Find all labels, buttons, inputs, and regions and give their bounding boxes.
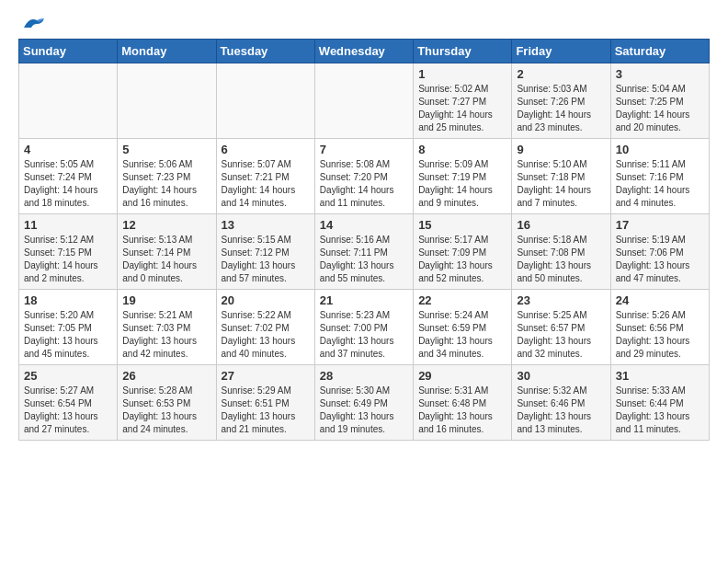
day-info: Sunrise: 5:03 AM Sunset: 7:26 PM Dayligh… xyxy=(517,83,605,134)
day-number: 25 xyxy=(24,369,112,383)
calendar-table: SundayMondayTuesdayWednesdayThursdayFrid… xyxy=(18,39,710,441)
day-cell: 16Sunrise: 5:18 AM Sunset: 7:08 PM Dayli… xyxy=(512,214,610,290)
day-number: 29 xyxy=(418,369,506,383)
day-info: Sunrise: 5:26 AM Sunset: 6:56 PM Dayligh… xyxy=(616,309,704,361)
day-cell: 23Sunrise: 5:25 AM Sunset: 6:57 PM Dayli… xyxy=(512,290,610,365)
day-cell: 3Sunrise: 5:04 AM Sunset: 7:25 PM Daylig… xyxy=(610,63,709,139)
day-info: Sunrise: 5:19 AM Sunset: 7:06 PM Dayligh… xyxy=(616,234,704,285)
col-header-tuesday: Tuesday xyxy=(216,40,314,63)
week-row-5: 25Sunrise: 5:27 AM Sunset: 6:54 PM Dayli… xyxy=(19,365,710,441)
day-info: Sunrise: 5:23 AM Sunset: 7:00 PM Dayligh… xyxy=(320,309,408,361)
week-row-1: 1Sunrise: 5:02 AM Sunset: 7:27 PM Daylig… xyxy=(19,63,710,139)
day-cell: 31Sunrise: 5:33 AM Sunset: 6:44 PM Dayli… xyxy=(610,365,709,441)
day-cell: 1Sunrise: 5:02 AM Sunset: 7:27 PM Daylig… xyxy=(414,63,512,139)
day-cell xyxy=(19,63,118,139)
col-header-monday: Monday xyxy=(118,40,216,63)
day-info: Sunrise: 5:07 AM Sunset: 7:21 PM Dayligh… xyxy=(222,158,310,210)
day-number: 31 xyxy=(616,369,704,383)
day-number: 12 xyxy=(122,218,210,232)
day-cell: 7Sunrise: 5:08 AM Sunset: 7:20 PM Daylig… xyxy=(314,139,413,214)
week-row-3: 11Sunrise: 5:12 AM Sunset: 7:15 PM Dayli… xyxy=(19,214,710,290)
col-header-friday: Friday xyxy=(512,40,610,63)
day-number: 27 xyxy=(222,369,310,383)
day-number: 15 xyxy=(418,218,506,232)
day-number: 22 xyxy=(418,293,506,307)
day-cell: 10Sunrise: 5:11 AM Sunset: 7:16 PM Dayli… xyxy=(610,139,709,214)
day-cell: 2Sunrise: 5:03 AM Sunset: 7:26 PM Daylig… xyxy=(512,63,610,139)
day-number: 9 xyxy=(517,143,605,156)
day-cell: 21Sunrise: 5:23 AM Sunset: 7:00 PM Dayli… xyxy=(314,290,413,365)
day-info: Sunrise: 5:12 AM Sunset: 7:15 PM Dayligh… xyxy=(24,234,112,285)
day-info: Sunrise: 5:13 AM Sunset: 7:14 PM Dayligh… xyxy=(122,234,210,285)
day-info: Sunrise: 5:33 AM Sunset: 6:44 PM Dayligh… xyxy=(616,385,704,436)
day-number: 3 xyxy=(616,67,704,81)
day-number: 19 xyxy=(122,293,210,307)
day-cell: 8Sunrise: 5:09 AM Sunset: 7:19 PM Daylig… xyxy=(414,139,512,214)
day-cell: 19Sunrise: 5:21 AM Sunset: 7:03 PM Dayli… xyxy=(118,290,216,365)
day-cell: 25Sunrise: 5:27 AM Sunset: 6:54 PM Dayli… xyxy=(19,365,118,441)
day-cell: 5Sunrise: 5:06 AM Sunset: 7:23 PM Daylig… xyxy=(118,139,216,214)
day-number: 28 xyxy=(320,369,408,383)
day-cell: 6Sunrise: 5:07 AM Sunset: 7:21 PM Daylig… xyxy=(216,139,314,214)
day-info: Sunrise: 5:18 AM Sunset: 7:08 PM Dayligh… xyxy=(517,234,605,285)
day-number: 30 xyxy=(517,369,605,383)
day-cell: 28Sunrise: 5:30 AM Sunset: 6:49 PM Dayli… xyxy=(314,365,413,441)
calendar-header: SundayMondayTuesdayWednesdayThursdayFrid… xyxy=(19,40,710,63)
logo-bird-icon xyxy=(20,15,46,35)
col-header-thursday: Thursday xyxy=(414,40,512,63)
day-info: Sunrise: 5:06 AM Sunset: 7:23 PM Dayligh… xyxy=(122,158,210,210)
col-header-saturday: Saturday xyxy=(610,40,709,63)
day-number: 4 xyxy=(24,143,112,156)
day-info: Sunrise: 5:09 AM Sunset: 7:19 PM Dayligh… xyxy=(418,158,506,210)
day-cell: 20Sunrise: 5:22 AM Sunset: 7:02 PM Dayli… xyxy=(216,290,314,365)
day-info: Sunrise: 5:16 AM Sunset: 7:11 PM Dayligh… xyxy=(320,234,408,285)
day-number: 21 xyxy=(320,293,408,307)
day-cell: 12Sunrise: 5:13 AM Sunset: 7:14 PM Dayli… xyxy=(118,214,216,290)
day-number: 11 xyxy=(24,218,112,232)
day-cell: 30Sunrise: 5:32 AM Sunset: 6:46 PM Dayli… xyxy=(512,365,610,441)
day-number: 18 xyxy=(24,293,112,307)
day-info: Sunrise: 5:22 AM Sunset: 7:02 PM Dayligh… xyxy=(222,309,310,361)
week-row-2: 4Sunrise: 5:05 AM Sunset: 7:24 PM Daylig… xyxy=(19,139,710,214)
day-info: Sunrise: 5:31 AM Sunset: 6:48 PM Dayligh… xyxy=(418,385,506,436)
day-info: Sunrise: 5:08 AM Sunset: 7:20 PM Dayligh… xyxy=(320,158,408,210)
day-number: 6 xyxy=(222,143,310,156)
day-cell: 4Sunrise: 5:05 AM Sunset: 7:24 PM Daylig… xyxy=(19,139,118,214)
day-cell: 22Sunrise: 5:24 AM Sunset: 6:59 PM Dayli… xyxy=(414,290,512,365)
day-info: Sunrise: 5:32 AM Sunset: 6:46 PM Dayligh… xyxy=(517,385,605,436)
day-number: 1 xyxy=(418,67,506,81)
day-cell: 9Sunrise: 5:10 AM Sunset: 7:18 PM Daylig… xyxy=(512,139,610,214)
day-cell: 11Sunrise: 5:12 AM Sunset: 7:15 PM Dayli… xyxy=(19,214,118,290)
day-cell xyxy=(118,63,216,139)
col-header-sunday: Sunday xyxy=(19,40,118,63)
day-number: 14 xyxy=(320,218,408,232)
day-info: Sunrise: 5:17 AM Sunset: 7:09 PM Dayligh… xyxy=(418,234,506,285)
day-number: 13 xyxy=(222,218,310,232)
day-number: 17 xyxy=(616,218,704,232)
day-cell xyxy=(216,63,314,139)
week-row-4: 18Sunrise: 5:20 AM Sunset: 7:05 PM Dayli… xyxy=(19,290,710,365)
logo xyxy=(18,18,46,29)
day-info: Sunrise: 5:02 AM Sunset: 7:27 PM Dayligh… xyxy=(418,83,506,134)
day-info: Sunrise: 5:28 AM Sunset: 6:53 PM Dayligh… xyxy=(122,385,210,436)
day-info: Sunrise: 5:11 AM Sunset: 7:16 PM Dayligh… xyxy=(616,158,704,210)
day-info: Sunrise: 5:15 AM Sunset: 7:12 PM Dayligh… xyxy=(222,234,310,285)
day-cell xyxy=(314,63,413,139)
day-cell: 29Sunrise: 5:31 AM Sunset: 6:48 PM Dayli… xyxy=(414,365,512,441)
day-number: 8 xyxy=(418,143,506,156)
day-number: 20 xyxy=(222,293,310,307)
day-number: 26 xyxy=(122,369,210,383)
day-info: Sunrise: 5:24 AM Sunset: 6:59 PM Dayligh… xyxy=(418,309,506,361)
day-number: 5 xyxy=(122,143,210,156)
day-info: Sunrise: 5:25 AM Sunset: 6:57 PM Dayligh… xyxy=(517,309,605,361)
day-info: Sunrise: 5:05 AM Sunset: 7:24 PM Dayligh… xyxy=(24,158,112,210)
day-number: 24 xyxy=(616,293,704,307)
day-cell: 27Sunrise: 5:29 AM Sunset: 6:51 PM Dayli… xyxy=(216,365,314,441)
day-number: 10 xyxy=(616,143,704,156)
day-cell: 18Sunrise: 5:20 AM Sunset: 7:05 PM Dayli… xyxy=(19,290,118,365)
day-cell: 15Sunrise: 5:17 AM Sunset: 7:09 PM Dayli… xyxy=(414,214,512,290)
day-info: Sunrise: 5:20 AM Sunset: 7:05 PM Dayligh… xyxy=(24,309,112,361)
day-number: 2 xyxy=(517,67,605,81)
day-cell: 13Sunrise: 5:15 AM Sunset: 7:12 PM Dayli… xyxy=(216,214,314,290)
day-info: Sunrise: 5:30 AM Sunset: 6:49 PM Dayligh… xyxy=(320,385,408,436)
